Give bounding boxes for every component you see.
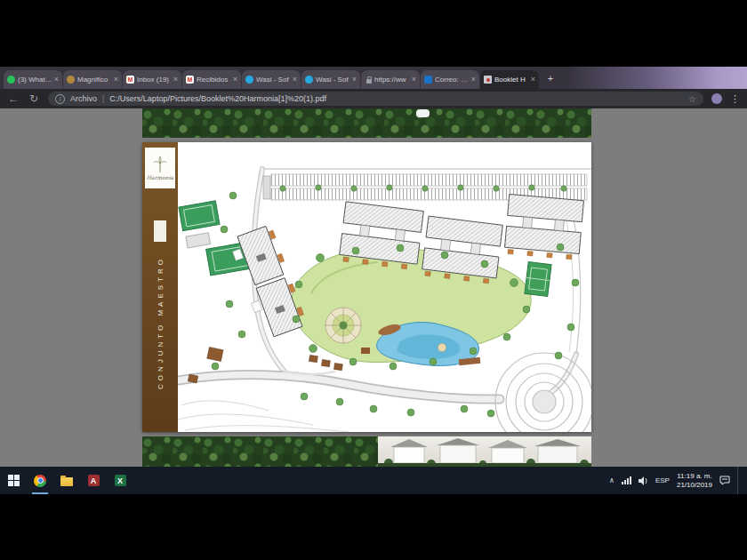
- chrome-icon: [34, 475, 46, 487]
- access-icon: A: [88, 475, 100, 486]
- tab-label: Wasi - Sof: [256, 76, 291, 84]
- site-plan: [178, 142, 591, 432]
- tab-wasi-2[interactable]: Wasi - Sof ×: [301, 70, 360, 89]
- tab-label: Wasi - Sof: [316, 76, 350, 84]
- taskbar-excel-button[interactable]: X: [107, 467, 133, 494]
- profile-avatar[interactable]: [711, 93, 722, 104]
- taskbar-access-button[interactable]: A: [80, 467, 107, 494]
- browser-window: (3) WhatsA × Magnifico × M Inbox (19) × …: [0, 67, 747, 467]
- volume-icon[interactable]: [639, 476, 648, 485]
- tab-label: Recibidos: [197, 76, 231, 84]
- clock-date: 21/10/2019: [677, 481, 712, 490]
- tab-close-icon[interactable]: ×: [54, 76, 59, 84]
- excel-icon: X: [115, 475, 126, 486]
- tab-gmail-inbox[interactable]: M Inbox (19) ×: [123, 70, 181, 89]
- wasi-icon: [245, 76, 253, 84]
- pdf-page-main: Harmonia CONJUNTO MAESTRO: [142, 142, 591, 432]
- logo-tree-icon: [153, 156, 167, 173]
- taskbar-chrome-button[interactable]: [27, 467, 53, 494]
- address-scheme: Archivo: [70, 94, 97, 103]
- address-url: C:/Users/Laptop/Pictures/Booklet%20Harmo…: [109, 94, 683, 103]
- reload-button[interactable]: ↻: [28, 89, 40, 108]
- tab-https[interactable]: https://ww ×: [361, 70, 420, 89]
- tab-label: Correo: Re: [435, 76, 470, 84]
- info-icon[interactable]: i: [55, 94, 65, 104]
- tab-close-icon[interactable]: ×: [173, 76, 178, 84]
- tab-close-icon[interactable]: ×: [114, 76, 118, 84]
- system-tray: ∧ ESP 11:19 a. m. 21/10/2019: [609, 467, 747, 494]
- screen: (3) WhatsA × Magnifico × M Inbox (19) × …: [0, 0, 747, 560]
- sidebar-title: CONJUNTO MAESTRO: [142, 247, 178, 398]
- mail-icon: [424, 76, 432, 84]
- tab-label: Magnifico: [77, 76, 112, 84]
- language-indicator[interactable]: ESP: [655, 476, 670, 484]
- tab-gmail-recibidos[interactable]: M Recibidos ×: [182, 70, 241, 89]
- gmail-icon: M: [186, 76, 194, 84]
- brochure-logo: Harmonia: [145, 148, 175, 188]
- tab-close-icon[interactable]: ×: [352, 76, 357, 84]
- tab-booklet-active[interactable]: Booklet H ×: [480, 70, 539, 89]
- address-separator: |: [102, 94, 104, 103]
- roundabout: [495, 353, 591, 432]
- tab-close-icon[interactable]: ×: [471, 76, 476, 84]
- brochure-sidebar: Harmonia CONJUNTO MAESTRO: [142, 142, 178, 432]
- clock[interactable]: 11:19 a. m. 21/10/2019: [677, 472, 712, 489]
- windows-logo-icon: [8, 475, 20, 486]
- back-button[interactable]: ←: [7, 89, 20, 108]
- bookmark-star-icon[interactable]: ☆: [688, 94, 696, 104]
- logo-text: Harmonia: [147, 174, 173, 180]
- building-cluster-right: [504, 194, 584, 260]
- pdf-page-previous: [142, 108, 591, 138]
- clock-time: 11:19 a. m.: [677, 472, 712, 481]
- site-favicon: [67, 76, 75, 84]
- pdf-viewer[interactable]: Harmonia CONJUNTO MAESTRO: [0, 108, 747, 467]
- tab-whatsapp[interactable]: (3) WhatsA ×: [4, 70, 62, 89]
- action-center-icon[interactable]: [719, 476, 730, 485]
- show-desktop-button[interactable]: [737, 467, 743, 494]
- taskbar-explorer-button[interactable]: [53, 467, 80, 494]
- hidden-icons-caret[interactable]: ∧: [609, 476, 614, 484]
- toolbar: ← ↻ i Archivo | C:/Users/Laptop/Pictures…: [0, 89, 747, 108]
- tab-wasi-1[interactable]: Wasi - Sof ×: [242, 70, 301, 89]
- tab-label: https://ww: [374, 76, 410, 84]
- lock-icon: [366, 79, 372, 84]
- pdf-icon: [484, 76, 492, 84]
- tab-correo[interactable]: Correo: Re ×: [421, 70, 479, 89]
- scroll-indicator[interactable]: [416, 109, 430, 117]
- tab-close-icon[interactable]: ×: [531, 76, 535, 84]
- top-letterbox: [0, 0, 747, 67]
- sport-court: [525, 262, 551, 297]
- whatsapp-icon: [7, 76, 15, 84]
- pdf-page-next: [142, 436, 591, 467]
- address-bar[interactable]: i Archivo | C:/Users/Laptop/Pictures/Boo…: [48, 92, 703, 106]
- tab-close-icon[interactable]: ×: [293, 76, 297, 84]
- folder-icon: [60, 477, 73, 486]
- network-icon[interactable]: [622, 476, 631, 484]
- houses-render: [378, 436, 591, 467]
- plaza: [325, 308, 361, 343]
- next-page-render: [378, 436, 591, 467]
- tab-magnifico[interactable]: Magnifico ×: [63, 70, 122, 89]
- tab-label: Inbox (19): [137, 76, 172, 84]
- taskbar: A X ∧ ESP 11:19 a. m. 21/10/20: [0, 467, 747, 494]
- gmail-icon: M: [126, 76, 134, 84]
- menu-dots-icon[interactable]: ⋮: [730, 89, 740, 108]
- start-button[interactable]: [0, 467, 27, 494]
- new-tab-button[interactable]: +: [543, 72, 558, 86]
- tab-label: Booklet H: [494, 76, 529, 84]
- tab-strip: (3) WhatsA × Magnifico × M Inbox (19) × …: [0, 67, 747, 89]
- bottom-letterbox: [0, 494, 747, 560]
- tab-label: (3) WhatsA: [18, 76, 52, 84]
- wasi-icon: [305, 76, 313, 84]
- tab-close-icon[interactable]: ×: [233, 76, 237, 84]
- tab-close-icon[interactable]: ×: [412, 76, 416, 84]
- sidebar-blank-label: [154, 220, 166, 242]
